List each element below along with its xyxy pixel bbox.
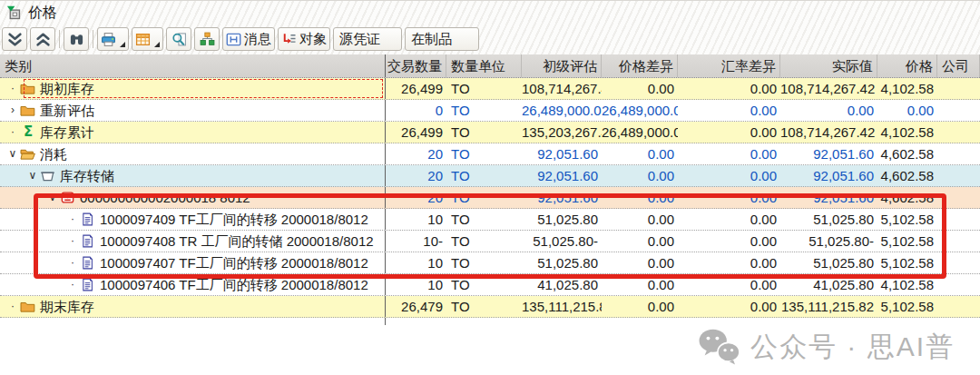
doc-icon (80, 212, 96, 227)
folder-icon (20, 82, 36, 96)
cell-price_diff: 0.00 (602, 274, 678, 295)
column-header-6[interactable]: 实际值 (780, 54, 877, 77)
cell-fx_diff: 0.00 (678, 274, 780, 295)
find-button[interactable] (64, 27, 89, 51)
table-row[interactable]: ∨消耗20TO92,051.600.000.0092,051.604,602.5… (0, 143, 980, 165)
cell-qty: 10 (386, 209, 446, 230)
cell-company (937, 165, 980, 186)
title-bar: 价格 (0, 1, 980, 25)
grid-body: ·期初库存26,499TO108,714,267.420.000.00108,7… (0, 78, 980, 318)
cell-price_diff: 0.00 (602, 165, 678, 186)
objects-button[interactable]: 对象 (278, 27, 330, 51)
cell-fx_diff: 0.00 (678, 231, 780, 252)
cell-initial: 41,025.80 (522, 274, 602, 295)
cell-fx_diff: 0.00 (678, 122, 780, 143)
app-window: 价格 (0, 0, 980, 375)
toolbar: 消息 对象 源凭证 在制品 (0, 25, 980, 54)
chevron-right-icon[interactable]: › (5, 100, 20, 121)
cell-price_diff: 0.00 (602, 252, 678, 273)
table-row[interactable]: ·1000097408 TR 工厂间的转储 2000018/801210-TO5… (0, 231, 980, 252)
cell-unit: TO (446, 122, 522, 143)
source-document-button-label: 源凭证 (339, 31, 380, 48)
cell-company (937, 78, 980, 99)
cell-company (937, 274, 980, 295)
work-in-process-button[interactable]: 在制品 (405, 27, 479, 51)
column-header-1[interactable]: 交易数量 (386, 54, 446, 77)
sigma-icon: Σ (20, 125, 36, 140)
chevron-down-icon[interactable]: ∨ (25, 165, 40, 186)
messages-button[interactable]: 消息 (222, 27, 275, 51)
category-label: 000000000002000018 8012 (80, 187, 250, 208)
cell-unit: TO (446, 209, 522, 230)
bullet-icon: · (65, 252, 80, 273)
cell-price_diff: 26,489,000.00- (602, 122, 678, 143)
cell-initial: 92,051.60 (522, 165, 602, 186)
cell-fx_diff: 0.00 (678, 187, 780, 208)
table-row[interactable]: ›重新评估0TO26,489,000.0026,489,000.00-0.000… (0, 100, 980, 122)
table-row[interactable]: ·期末库存26,479TO135,111,215.820.000.00135,1… (0, 296, 980, 318)
category-label: 消耗 (40, 143, 67, 164)
cell-actual: 51,025.80 (780, 209, 877, 230)
cell-fx_diff: 0.00 (678, 252, 780, 273)
cell-initial: 51,025.80 (522, 209, 602, 230)
chevron-down-icon[interactable]: ∨ (45, 187, 60, 208)
column-header-7[interactable]: 价格 (877, 54, 937, 77)
table-row[interactable]: ·1000097409 TF工厂间的转移 2000018/801210TO51,… (0, 209, 980, 231)
table-row[interactable]: ·1000097406 TF工厂间的转移 2000018/801210TO41,… (0, 274, 980, 296)
cell-initial: 51,025.80 (522, 252, 602, 273)
bullet-icon: · (65, 231, 80, 252)
column-header-4[interactable]: 价格差异 (602, 54, 678, 77)
cell-price_diff: 0.00 (602, 231, 678, 252)
column-header-5[interactable]: 汇率差异 (678, 54, 780, 77)
category-label: 重新评估 (40, 100, 94, 121)
cell-price: 5,102.58 (877, 252, 937, 273)
cell-fx_diff: 0.00 (678, 143, 780, 164)
messages-button-label: 消息 (244, 31, 271, 48)
cell-initial: 92,051.60 (522, 187, 602, 208)
table-row[interactable]: ·1000097407 TF工厂间的转移 2000018/801210TO51,… (0, 252, 980, 274)
cell-company (937, 209, 980, 230)
collapse-all-button[interactable] (2, 27, 27, 51)
cell-company (937, 122, 980, 143)
cell-actual: 92,051.60 (780, 165, 877, 186)
column-header-2[interactable]: 数量单位 (446, 54, 522, 77)
column-header-3[interactable]: 初级评估 (522, 54, 602, 77)
table-grid-icon (135, 32, 151, 47)
category-label: 1000097409 TF工厂间的转移 2000018/8012 (100, 209, 368, 230)
dropdown-triangle-icon (154, 42, 160, 47)
objects-button-label: 对象 (299, 31, 327, 48)
cell-price: 4,102.58 (877, 274, 937, 295)
table-row[interactable]: ·Σ库存累计26,499TO135,203,267.4226,489,000.0… (0, 122, 980, 143)
cell-price_diff: 0.00 (602, 296, 678, 317)
work-in-process-button-label: 在制品 (411, 31, 452, 48)
column-header-0[interactable]: 类别 (0, 54, 386, 77)
cell-price: 5,102.58 (877, 296, 937, 317)
cell-initial: 135,203,267.42 (522, 122, 602, 143)
doc-icon (80, 256, 96, 271)
detail-display-button[interactable] (166, 27, 191, 51)
layout-export-button[interactable] (132, 27, 163, 51)
table-row[interactable]: ∨000000000002000018 801220TO92,051.600.0… (0, 187, 980, 209)
cell-price: 4,602.58 (877, 143, 937, 164)
category-label: 期初库存 (40, 78, 94, 99)
page-title: 价格 (28, 4, 57, 23)
cell-qty: 0 (386, 100, 446, 121)
column-header-8[interactable]: 公司 (937, 54, 980, 77)
chevron-down-icon[interactable]: ∨ (5, 143, 20, 164)
expand-all-button[interactable] (30, 27, 55, 51)
source-document-button[interactable]: 源凭证 (333, 27, 402, 51)
cell-actual: 108,714,267.42 (780, 78, 877, 99)
table-row[interactable]: ·期初库存26,499TO108,714,267.420.000.00108,7… (0, 78, 980, 100)
print-button[interactable] (97, 27, 129, 51)
cell-qty: 10- (386, 231, 446, 252)
cell-company (937, 100, 980, 121)
cell-initial: 26,489,000.00 (522, 100, 602, 121)
cell-initial: 92,051.60 (522, 143, 602, 164)
hierarchy-view-button[interactable] (194, 27, 220, 51)
cell-price: 5,102.58 (877, 231, 937, 252)
cell-price: 4,602.58 (877, 165, 937, 186)
table-row[interactable]: ∨库存转储20TO92,051.600.000.0092,051.604,602… (0, 165, 980, 187)
category-label: 1000097407 TF工厂间的转移 2000018/8012 (100, 252, 368, 273)
cell-price_diff: 0.00 (602, 78, 678, 99)
cell-unit: TO (446, 143, 522, 164)
